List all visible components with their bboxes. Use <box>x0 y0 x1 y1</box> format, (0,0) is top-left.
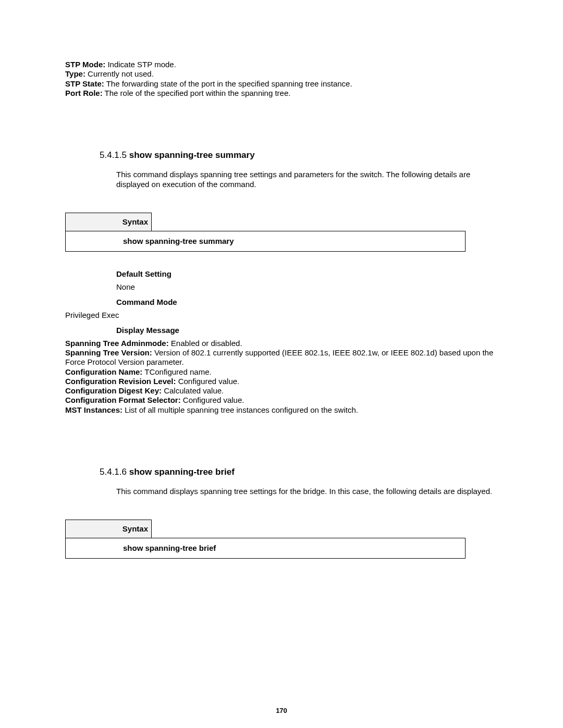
def-item: Type: Currently not used. <box>65 69 498 79</box>
section-heading-summary: 5.4.1.5 show spanning-tree summary <box>100 150 498 161</box>
msg-item: Spanning Tree Adminmode: Enabled or disa… <box>65 339 498 348</box>
def-label: Type: <box>65 69 85 78</box>
msg-label: MST Instances: <box>65 405 123 414</box>
document-page: STP Mode: Indicate STP mode. Type: Curre… <box>0 0 563 728</box>
msg-value: Configured value. <box>181 396 244 404</box>
def-label: STP Mode: <box>65 60 105 69</box>
section-number: 5.4.1.6 <box>100 467 129 477</box>
def-value: Currently not used. <box>85 69 154 78</box>
def-item: Port Role: The role of the specified por… <box>65 89 498 98</box>
msg-label: Configuration Format Selector: <box>65 396 181 404</box>
syntax-command: show spanning-tree brief <box>65 538 466 559</box>
msg-label: Spanning Tree Version: <box>65 348 152 357</box>
section-heading-brief: 5.4.1.6 show spanning-tree brief <box>100 467 498 477</box>
msg-label: Configuration Name: <box>65 367 142 376</box>
msg-value: Configured value. <box>176 377 240 386</box>
section-title: show spanning-tree summary <box>129 150 255 160</box>
msg-label: Configuration Digest Key: <box>65 386 162 395</box>
def-value: The role of the specified port within th… <box>103 89 291 97</box>
msg-value: Enabled or disabled. <box>169 339 242 348</box>
msg-item: MST Instances: List of all multiple span… <box>65 405 498 415</box>
msg-value: List of all multiple spanning tree insta… <box>123 405 358 414</box>
section-number: 5.4.1.5 <box>100 150 129 160</box>
syntax-block-summary: Syntax show spanning-tree summary <box>65 213 498 252</box>
def-label: Port Role: <box>65 89 103 97</box>
section-body: This command displays spanning tree sett… <box>116 170 498 190</box>
msg-item: Spanning Tree Version: Version of 802.1 … <box>65 348 498 367</box>
msg-item: Configuration Digest Key: Calculated val… <box>65 386 498 396</box>
def-value: The forwarding state of the port in the … <box>104 79 352 88</box>
msg-item: Configuration Format Selector: Configure… <box>65 396 498 405</box>
page-number: 170 <box>0 707 563 714</box>
msg-item: Configuration Revision Level: Configured… <box>65 377 498 386</box>
syntax-command: show spanning-tree summary <box>65 231 466 252</box>
msg-label: Configuration Revision Level: <box>65 377 176 386</box>
display-message-heading: Display Message <box>116 326 498 335</box>
display-message-list: Spanning Tree Adminmode: Enabled or disa… <box>65 339 498 415</box>
def-item: STP Mode: Indicate STP mode. <box>65 60 498 69</box>
syntax-block-brief: Syntax show spanning-tree brief <box>65 520 498 559</box>
msg-item: Configuration Name: TConfigured name. <box>65 367 498 377</box>
def-value: Indicate STP mode. <box>105 60 176 69</box>
msg-value: TConfigured name. <box>142 367 211 376</box>
def-label: STP State: <box>65 79 104 88</box>
section-title: show spanning-tree brief <box>129 467 235 477</box>
msg-label: Spanning Tree Adminmode: <box>65 339 169 348</box>
default-setting-value: None <box>116 282 498 291</box>
section-body: This command displays spanning tree sett… <box>116 487 498 497</box>
command-mode-value: Privileged Exec <box>65 311 498 319</box>
top-definition-list: STP Mode: Indicate STP mode. Type: Curre… <box>65 60 498 98</box>
syntax-label: Syntax <box>65 520 152 538</box>
msg-value: Calculated value. <box>162 386 224 395</box>
default-setting-heading: Default Setting <box>116 269 498 278</box>
command-mode-heading: Command Mode <box>116 298 498 306</box>
syntax-label: Syntax <box>65 213 152 231</box>
def-item: STP State: The forwarding state of the p… <box>65 79 498 89</box>
